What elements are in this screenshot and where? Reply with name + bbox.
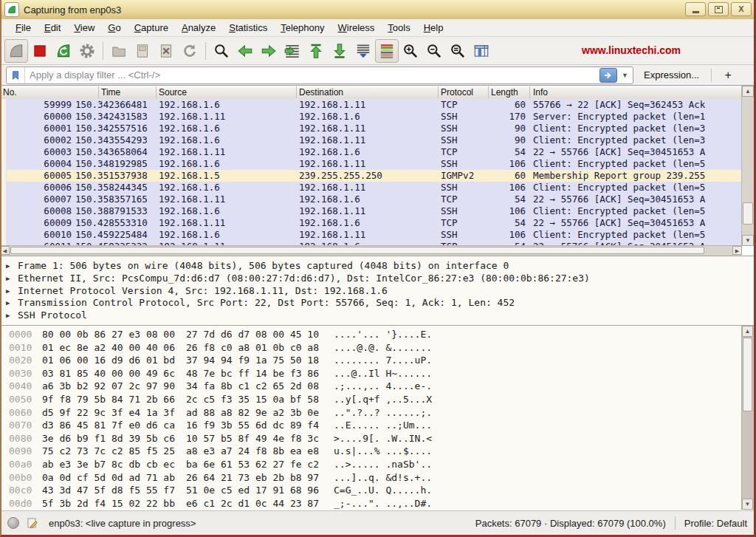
detail-line-2[interactable]: ▶Internet Protocol Version 4, Src: 192.1… bbox=[0, 285, 756, 298]
hex-row-00c0[interactable]: 00c043 3d 47 5f d8 f5 55 f751 0e c5 ed 1… bbox=[0, 485, 756, 498]
vscroll-thumb[interactable] bbox=[743, 202, 753, 225]
stop-capture-button[interactable] bbox=[28, 39, 52, 63]
hex-row-00d0[interactable]: 00d05f 3b 2d f4 15 02 22 bbe6 c1 2c d1 0… bbox=[0, 498, 756, 511]
add-filter-button[interactable]: + bbox=[721, 69, 735, 82]
expand-arrow-icon[interactable]: ▶ bbox=[6, 299, 10, 307]
column-divider[interactable] bbox=[438, 86, 439, 98]
title-bar[interactable]: Capturing from enp0s3 X bbox=[0, 0, 756, 20]
column-divider[interactable] bbox=[529, 86, 530, 98]
hex-row-0000[interactable]: 000080 00 0b 86 27 e3 08 0027 7d d6 d7 0… bbox=[0, 329, 756, 342]
display-filter-input[interactable] bbox=[25, 69, 599, 81]
menu-telephony[interactable]: Telephony bbox=[274, 20, 331, 35]
filter-history-chevron-down-icon[interactable]: ▼ bbox=[619, 72, 633, 79]
expand-arrow-icon[interactable]: ▶ bbox=[6, 312, 10, 319]
hex-row-0020[interactable]: 002001 06 00 16 d9 d6 01 bd37 94 94 f9 1… bbox=[0, 355, 756, 368]
hex-row-00b0[interactable]: 00b00a 0d cf 5d 0d ad 71 ab26 64 21 73 e… bbox=[0, 472, 756, 485]
go-first-packet-button[interactable] bbox=[304, 39, 328, 63]
zoom-original-button[interactable] bbox=[446, 39, 470, 63]
restart-capture-button[interactable] bbox=[52, 39, 75, 63]
expand-arrow-icon[interactable]: ▶ bbox=[6, 287, 10, 295]
zoom-in-button[interactable] bbox=[399, 39, 422, 63]
packet-row-60005[interactable]: 60005150.351537938192.168.1.5239.255.255… bbox=[0, 170, 742, 182]
go-last-packet-button[interactable] bbox=[328, 39, 351, 63]
scroll-left-icon[interactable]: ◀ bbox=[0, 246, 10, 255]
scroll-right-icon[interactable]: ▶ bbox=[732, 246, 742, 255]
packet-row-60000[interactable]: 60000150.342431583192.168.1.11192.168.1.… bbox=[0, 111, 742, 123]
packet-list-vscrollbar[interactable]: ▲ ▼ bbox=[741, 86, 755, 246]
colorize-packets-button[interactable] bbox=[375, 39, 399, 63]
detail-line-0[interactable]: ▶Frame 1: 506 bytes on wire (4048 bits),… bbox=[0, 260, 756, 273]
close-button[interactable]: X bbox=[731, 2, 752, 16]
column-header-info[interactable]: Info bbox=[533, 87, 548, 98]
packet-row-60002[interactable]: 60002150.343554293192.168.1.6192.168.1.1… bbox=[0, 134, 742, 146]
expand-arrow-icon[interactable]: ▶ bbox=[6, 275, 10, 282]
capture-options-button[interactable] bbox=[75, 39, 99, 63]
column-divider[interactable] bbox=[488, 86, 489, 98]
bytes-scroll-down-icon[interactable]: ▼ bbox=[742, 499, 753, 510]
display-filter-field[interactable]: ▼ bbox=[6, 66, 633, 84]
hex-row-0050[interactable]: 00509f f8 79 5b 84 71 2b 662c c5 f3 35 1… bbox=[0, 394, 756, 407]
column-divider[interactable] bbox=[156, 86, 157, 98]
scroll-up-icon[interactable]: ▲ bbox=[742, 86, 754, 97]
packet-row-60008[interactable]: 60008150.388791533192.168.1.6192.168.1.1… bbox=[0, 205, 742, 217]
expert-info-icon[interactable] bbox=[7, 517, 19, 529]
column-header-no[interactable]: No. bbox=[3, 87, 17, 98]
packet-row-59999[interactable]: 59999150.342366481192.168.1.6192.168.1.1… bbox=[0, 99, 742, 111]
column-divider[interactable] bbox=[98, 86, 99, 98]
menu-tools[interactable]: Tools bbox=[381, 20, 416, 35]
packet-row-60007[interactable]: 60007150.358357165192.168.1.11192.168.1.… bbox=[0, 194, 742, 205]
menu-file[interactable]: File bbox=[9, 20, 38, 35]
menu-view[interactable]: View bbox=[67, 20, 101, 35]
hex-row-0090[interactable]: 009075 c2 73 7c c2 85 f5 25a8 e3 a7 24 f… bbox=[0, 445, 756, 459]
zoom-out-button[interactable] bbox=[422, 39, 446, 63]
column-header-time[interactable]: Time bbox=[101, 87, 120, 98]
hex-row-00a0[interactable]: 00a0ab e3 3e b7 8c db cb ecba 6e 61 53 6… bbox=[0, 459, 756, 472]
hex-row-0040[interactable]: 0040a6 3b b2 92 07 2c 97 9034 fa 8b c1 c… bbox=[0, 380, 756, 394]
packet-row-60003[interactable]: 60003150.343658064192.168.1.11192.168.1.… bbox=[0, 146, 742, 158]
auto-scroll-button[interactable] bbox=[351, 39, 375, 63]
expression-button[interactable]: Expression... bbox=[644, 69, 699, 81]
expand-arrow-icon[interactable]: ▶ bbox=[6, 262, 10, 270]
menu-statistics[interactable]: Statistics bbox=[222, 20, 274, 35]
hex-row-0070[interactable]: 0070d3 86 45 81 7f e0 d6 ca16 f9 3b 55 6… bbox=[0, 420, 756, 433]
column-header-destination[interactable]: Destination bbox=[299, 87, 343, 98]
menu-analyze[interactable]: Analyze bbox=[175, 20, 222, 35]
scroll-down-icon[interactable]: ▼ bbox=[742, 235, 754, 246]
packet-row-60004[interactable]: 60004150.348192985192.168.1.6192.168.1.1… bbox=[0, 158, 742, 170]
hex-row-0010[interactable]: 001001 ec 8e a2 40 00 40 0626 f8 c0 a8 0… bbox=[0, 342, 756, 355]
capture-comment-icon[interactable] bbox=[27, 517, 38, 529]
bytes-scroll-up-icon[interactable]: ▲ bbox=[742, 326, 753, 337]
menu-edit[interactable]: Edit bbox=[38, 20, 67, 35]
menu-go[interactable]: Go bbox=[101, 20, 127, 35]
detail-line-1[interactable]: ▶Ethernet II, Src: PcsCompu_7d:d6:d7 (08… bbox=[0, 273, 756, 285]
packet-row-60009[interactable]: 60009150.428553310192.168.1.11192.168.1.… bbox=[0, 217, 742, 229]
resize-columns-button[interactable] bbox=[470, 39, 493, 63]
menu-capture[interactable]: Capture bbox=[128, 20, 175, 35]
column-header-source[interactable]: Source bbox=[159, 87, 187, 98]
hex-row-0080[interactable]: 00803e d6 b9 f1 8d 39 5b c610 57 b5 8f 4… bbox=[0, 433, 756, 446]
bytes-vscroll-thumb[interactable] bbox=[743, 338, 752, 411]
detail-line-4[interactable]: ▶SSH Protocol bbox=[0, 309, 756, 322]
packet-list-header[interactable]: No.TimeSourceDestinationProtocolLengthIn… bbox=[0, 86, 742, 100]
profile-text[interactable]: Profile: Default bbox=[684, 518, 747, 529]
column-header-length[interactable]: Length bbox=[491, 87, 518, 98]
bytes-vscrollbar[interactable]: ▲ ▼ bbox=[741, 326, 754, 510]
packet-row-60006[interactable]: 60006150.358244345192.168.1.6192.168.1.1… bbox=[0, 182, 742, 194]
menu-wireless[interactable]: Wireless bbox=[331, 20, 382, 35]
packet-list-hscrollbar[interactable]: ◀ ▶ bbox=[0, 245, 742, 256]
apply-filter-button[interactable] bbox=[599, 68, 617, 83]
hex-row-0030[interactable]: 003003 81 85 40 00 00 49 6c48 7e bc ff 1… bbox=[0, 368, 756, 381]
go-back-button[interactable] bbox=[233, 39, 257, 63]
go-forward-button[interactable] bbox=[257, 39, 281, 63]
filter-bookmark-icon[interactable] bbox=[7, 67, 25, 83]
column-header-protocol[interactable]: Protocol bbox=[441, 87, 473, 98]
packet-row-60010[interactable]: 60010150.459225484192.168.1.6192.168.1.1… bbox=[0, 229, 742, 241]
minimize-button[interactable] bbox=[685, 2, 706, 16]
find-packet-button[interactable] bbox=[210, 39, 233, 63]
detail-line-3[interactable]: ▶Transmission Control Protocol, Src Port… bbox=[0, 297, 756, 309]
hex-row-0060[interactable]: 0060d5 9f 22 9c 3f e4 1a 3fad 88 a8 82 9… bbox=[0, 407, 756, 420]
hscroll-thumb[interactable] bbox=[10, 247, 704, 254]
packet-row-60001[interactable]: 60001150.342557516192.168.1.6192.168.1.1… bbox=[0, 123, 742, 134]
maximize-button[interactable] bbox=[708, 2, 729, 16]
menu-help[interactable]: Help bbox=[417, 20, 450, 35]
